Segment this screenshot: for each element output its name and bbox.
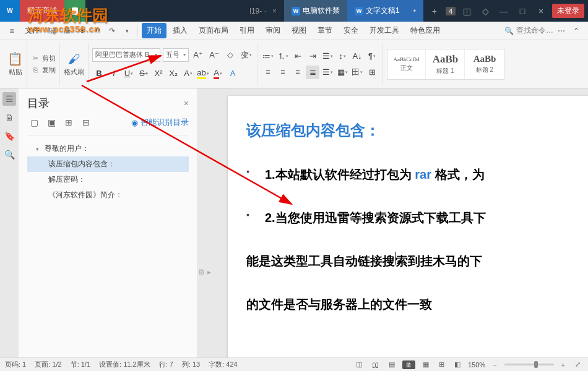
document-area[interactable]: 🗎 ▸ 该压缩包内容包含： ▪1.本站默认软件经过打包为 rar 格式，为 ▪2… bbox=[198, 88, 588, 357]
distribute-button[interactable]: ☰▾ bbox=[321, 66, 334, 79]
menu-special[interactable]: 特色应用 bbox=[405, 23, 445, 38]
superscript-button[interactable]: X² bbox=[152, 67, 165, 80]
dock-outline-icon[interactable]: ☰ bbox=[2, 92, 16, 106]
decrease-font-button[interactable]: A⁻ bbox=[207, 48, 221, 62]
shading-button[interactable]: ▦▾ bbox=[335, 66, 349, 79]
document-page[interactable]: 该压缩包内容包含： ▪1.本站默认软件经过打包为 rar 格式，为 ▪2.当您使… bbox=[228, 96, 588, 357]
dock-bookmark-icon[interactable]: 🔖 bbox=[2, 129, 16, 143]
style-h2[interactable]: AaBb标题 2 bbox=[465, 49, 504, 79]
tree-node-3[interactable]: 解压密码： bbox=[27, 172, 189, 187]
zoom-out-button[interactable]: − bbox=[490, 361, 499, 369]
close-button[interactable]: × bbox=[534, 4, 548, 19]
new-tab-button[interactable]: + bbox=[427, 4, 442, 19]
font-size-select[interactable]: 五号▾ bbox=[163, 48, 189, 62]
status-pages[interactable]: 页面: 1/2 bbox=[35, 360, 61, 369]
view-mode-4-icon[interactable]: 🗎 bbox=[402, 360, 415, 369]
paste-button[interactable]: 📋 粘贴 bbox=[7, 51, 23, 77]
menu-review[interactable]: 审阅 bbox=[261, 23, 285, 38]
font-color-button[interactable]: A▾ bbox=[211, 67, 225, 80]
bold-button[interactable]: B bbox=[92, 67, 106, 80]
tree-node-2[interactable]: 该压缩包内容包含： bbox=[27, 156, 189, 172]
qat-undo-icon[interactable]: ↶ bbox=[90, 24, 104, 38]
app-logo[interactable]: W bbox=[0, 0, 20, 22]
menu-more-icon[interactable]: ⋯ bbox=[555, 24, 568, 38]
tab-software[interactable]: W电脑软件禁 bbox=[284, 0, 347, 22]
remove-icon[interactable]: ⊟ bbox=[79, 116, 93, 129]
sort-button[interactable]: A↓ bbox=[350, 49, 364, 63]
menu-ref[interactable]: 引用 bbox=[235, 23, 259, 38]
underline-button[interactable]: U▾ bbox=[122, 67, 136, 80]
zoom-in-button[interactable]: + bbox=[559, 361, 568, 369]
qat-save-icon[interactable]: 🖫 bbox=[46, 24, 59, 38]
copy-button[interactable]: ⎘复制 bbox=[31, 64, 56, 76]
status-words[interactable]: 字数: 424 bbox=[209, 360, 237, 369]
view-mode-7-icon[interactable]: ◧ bbox=[452, 360, 463, 369]
menu-dev[interactable]: 开发工具 bbox=[365, 23, 404, 38]
line-spacing-button[interactable]: ↕▾ bbox=[335, 49, 349, 63]
tab-mid[interactable]: l19- ·× bbox=[85, 0, 284, 22]
style-body[interactable]: AaBbCcDd正文 bbox=[387, 49, 426, 79]
expand-all-icon[interactable]: ▣ bbox=[45, 116, 58, 129]
tabs-button[interactable]: ⊞ bbox=[365, 66, 379, 79]
show-marks-button[interactable]: ¶▾ bbox=[365, 49, 379, 63]
status-page-code[interactable]: 页码: 1 bbox=[5, 360, 26, 369]
view-mode-3-icon[interactable]: ▤ bbox=[386, 360, 397, 369]
tree-node-1[interactable]: ▾尊敬的用户： bbox=[27, 141, 189, 156]
titlebar-icon-2[interactable]: ◇ bbox=[478, 4, 493, 19]
align-center-button[interactable]: ≡ bbox=[276, 66, 290, 79]
align-justify-button[interactable]: ≣ bbox=[306, 66, 319, 79]
bullets-button[interactable]: ≔▾ bbox=[261, 49, 275, 63]
qat-print-icon[interactable]: 🖶 bbox=[61, 24, 74, 38]
clear-format-button[interactable]: ◇ bbox=[223, 48, 237, 62]
zoom-level[interactable]: 150% bbox=[468, 361, 485, 369]
increase-indent-button[interactable]: ⇥ bbox=[306, 49, 319, 63]
qat-preview-icon[interactable]: 👁 bbox=[76, 24, 89, 38]
tab-document-active[interactable]: W文字文稿1• bbox=[347, 0, 423, 22]
page-indicator[interactable]: 🗎 ▸ bbox=[198, 268, 211, 276]
menu-hamburger-icon[interactable]: ≡ bbox=[5, 24, 19, 38]
view-mode-6-icon[interactable]: ⊞ bbox=[436, 360, 447, 369]
highlight-button[interactable]: ab▾ bbox=[196, 67, 210, 80]
maximize-button[interactable]: □ bbox=[515, 4, 530, 19]
view-mode-5-icon[interactable]: ▦ bbox=[420, 360, 431, 369]
tree-node-4[interactable]: 《河东软件园》简介： bbox=[27, 187, 189, 203]
numbering-button[interactable]: ⒈▾ bbox=[276, 49, 290, 63]
qat-dropdown-icon[interactable]: ▾ bbox=[120, 24, 134, 38]
menu-collapse-icon[interactable]: ⌃ bbox=[569, 24, 583, 38]
menu-chapter[interactable]: 章节 bbox=[313, 23, 337, 38]
login-badge[interactable]: 未登录 bbox=[552, 4, 584, 18]
view-mode-2-icon[interactable]: 🕮 bbox=[370, 361, 381, 369]
align-right-button[interactable]: ≡ bbox=[291, 66, 305, 79]
collapse-all-icon[interactable]: ▢ bbox=[27, 116, 41, 129]
text-effect-button[interactable]: A▾ bbox=[181, 67, 195, 80]
style-h1[interactable]: AaBb标题 1 bbox=[426, 49, 465, 79]
menu-safe[interactable]: 安全 bbox=[339, 23, 363, 38]
dock-page-icon[interactable]: 🗎 bbox=[2, 111, 16, 124]
tab-mall[interactable]: 稻壳商城 bbox=[20, 0, 64, 22]
qat-redo-icon[interactable]: ↷ bbox=[105, 24, 119, 38]
borders-button[interactable]: 田▾ bbox=[350, 66, 364, 79]
dock-search-icon[interactable]: 🔍 bbox=[2, 148, 16, 161]
increase-font-button[interactable]: A⁺ bbox=[191, 48, 205, 62]
menu-file[interactable]: 文件 bbox=[20, 23, 45, 38]
smart-outline-button[interactable]: ◉智能识别目录 bbox=[131, 117, 189, 128]
zoom-slider[interactable] bbox=[504, 364, 554, 365]
outline-button[interactable]: ☰▾ bbox=[321, 49, 334, 63]
phonetic-button[interactable]: 变▾ bbox=[240, 48, 253, 62]
subscript-button[interactable]: X₂ bbox=[166, 67, 180, 80]
tab-green[interactable] bbox=[64, 0, 85, 22]
format-brush-button[interactable]: 🖌 格式刷 bbox=[64, 52, 84, 77]
menu-search[interactable]: 🔍查找命令… bbox=[504, 25, 553, 36]
cut-button[interactable]: ✂剪切 bbox=[31, 53, 56, 64]
align-left-button[interactable]: ≡ bbox=[261, 66, 275, 79]
fullscreen-icon[interactable]: ⤢ bbox=[573, 360, 583, 369]
menu-view[interactable]: 视图 bbox=[287, 23, 311, 38]
status-col[interactable]: 列: 13 bbox=[182, 360, 200, 369]
menu-insert[interactable]: 插入 bbox=[168, 23, 192, 38]
italic-button[interactable]: I bbox=[107, 67, 121, 80]
panel-close-icon[interactable]: × bbox=[184, 98, 189, 108]
char-shading-button[interactable]: A bbox=[226, 67, 240, 80]
view-mode-1-icon[interactable]: ◫ bbox=[353, 360, 365, 369]
menu-layout[interactable]: 页面布局 bbox=[194, 23, 233, 38]
font-name-select[interactable]: 阿里巴巴普惠体 B▾ bbox=[92, 48, 160, 62]
